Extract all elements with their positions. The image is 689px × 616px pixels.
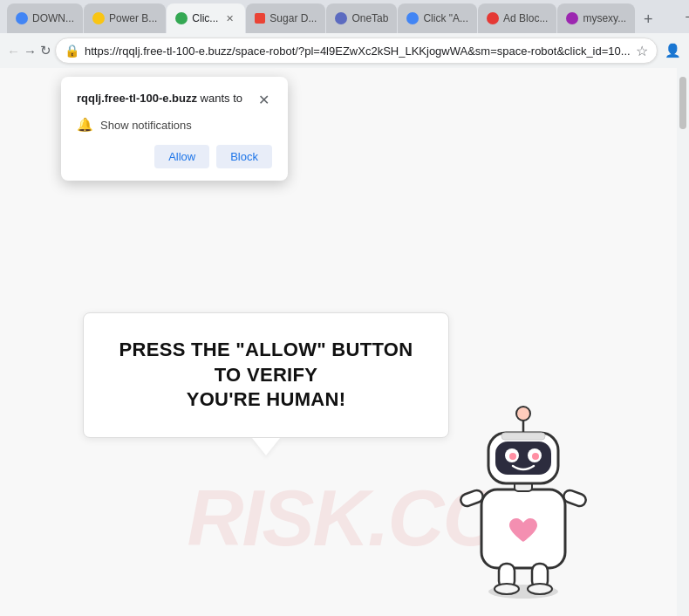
address-bar[interactable]: 🔒 https://rqqlj.free-tl-100-e.buzz/space… <box>55 38 658 64</box>
allow-button[interactable]: Allow <box>154 145 209 168</box>
tab-4-label: Sugar D... <box>269 12 317 24</box>
tab-6[interactable]: Click "A... <box>398 3 477 33</box>
notif-option: 🔔 Show notifications <box>77 117 272 133</box>
tab-1[interactable]: DOWN... <box>7 3 83 33</box>
tab-3-label: Clic... <box>192 12 218 24</box>
tab-5-favicon <box>335 12 347 24</box>
speech-bubble-wrap: PRESS THE "ALLOW" BUTTON TO VERIFY YOU'R… <box>83 312 449 438</box>
tab-7-favicon <box>487 12 499 24</box>
robot-illustration <box>427 354 619 599</box>
address-bar-row: ← → ↻ 🔒 https://rqqlj.free-tl-100-e.buzz… <box>0 33 689 68</box>
tab-6-favicon <box>406 12 419 24</box>
robot-pupil-left <box>509 453 516 460</box>
tab-5-label: OneTab <box>351 12 388 24</box>
notif-header: rqqlj.free-tl-100-e.buzz wants to ✕ <box>77 91 272 108</box>
toolbar-icons: 👤 ⋮ <box>661 38 689 63</box>
browser-window: DOWN... Power B... Clic... ✕ Sugar D... <box>0 0 689 616</box>
tab-6-label: Click "A... <box>423 12 468 24</box>
tab-5[interactable]: OneTab <box>326 3 397 33</box>
minimize-button[interactable]: — <box>671 0 689 33</box>
back-button[interactable]: ← <box>7 38 20 63</box>
robot-foot-right <box>528 584 552 594</box>
tab-8[interactable]: mysexy... <box>557 3 635 33</box>
tabs-area: DOWN... Power B... Clic... ✕ Sugar D... <box>7 0 660 33</box>
notif-wants-to: wants to <box>201 92 242 105</box>
tab-7-label: Ad Bloc... <box>503 12 548 24</box>
notif-actions: Allow Block <box>77 145 272 168</box>
window-controls: — □ ✕ <box>671 0 689 33</box>
tab-1-favicon <box>16 12 28 24</box>
block-button[interactable]: Block <box>216 145 272 168</box>
tab-8-favicon <box>566 12 578 24</box>
speech-bubble-tail <box>252 438 280 455</box>
speech-bubble: PRESS THE "ALLOW" BUTTON TO VERIFY YOU'R… <box>83 312 449 438</box>
tab-1-label: DOWN... <box>32 12 74 24</box>
speech-bubble-text: PRESS THE "ALLOW" BUTTON TO VERIFY YOU'R… <box>112 338 420 413</box>
tab-4[interactable]: Sugar D... <box>246 3 325 33</box>
profile-button[interactable]: 👤 <box>661 38 686 63</box>
scrollbar-thumb[interactable] <box>679 77 686 129</box>
robot-antenna-ball <box>516 407 530 421</box>
title-bar: DOWN... Power B... Clic... ✕ Sugar D... <box>0 0 689 33</box>
new-tab-button[interactable]: + <box>636 7 660 31</box>
notif-close-button[interactable]: ✕ <box>255 91 272 108</box>
tab-8-label: mysexy... <box>583 12 626 24</box>
forward-button[interactable]: → <box>24 38 37 63</box>
notification-popup: rqqlj.free-tl-100-e.buzz wants to ✕ 🔔 Sh… <box>61 77 288 181</box>
tab-3-active[interactable]: Clic... ✕ <box>167 3 245 33</box>
speech-line-2: YOU'RE HUMAN! <box>187 388 346 410</box>
tab-3-favicon <box>175 12 188 24</box>
robot-svg <box>427 354 619 599</box>
notif-title: rqqlj.free-tl-100-e.buzz wants to <box>77 91 242 106</box>
notif-option-label: Show notifications <box>100 119 192 132</box>
tab-3-close[interactable]: ✕ <box>222 11 236 25</box>
robot-helmet-top <box>501 433 545 440</box>
url-display: https://rqqlj.free-tl-100-e.buzz/space-r… <box>85 44 631 58</box>
tab-2[interactable]: Power B... <box>84 3 166 33</box>
bookmark-icon[interactable]: ☆ <box>636 43 648 59</box>
security-icon: 🔒 <box>65 44 79 58</box>
reload-button[interactable]: ↻ <box>40 38 51 63</box>
bell-icon: 🔔 <box>77 117 93 133</box>
tab-2-label: Power B... <box>109 12 157 24</box>
robot-pupil-right <box>532 453 539 460</box>
robot-foot-left <box>495 584 519 594</box>
scrollbar[interactable] <box>677 68 689 616</box>
page-content: RISK.CO rqqlj.free-tl-100-e.buzz wants t… <box>0 68 689 616</box>
speech-line-1: PRESS THE "ALLOW" BUTTON TO VERIFY <box>119 339 413 386</box>
tab-7[interactable]: Ad Bloc... <box>478 3 556 33</box>
tab-4-favicon <box>255 13 265 24</box>
notif-site: rqqlj.free-tl-100-e.buzz <box>77 92 197 105</box>
tab-2-favicon <box>92 12 105 24</box>
